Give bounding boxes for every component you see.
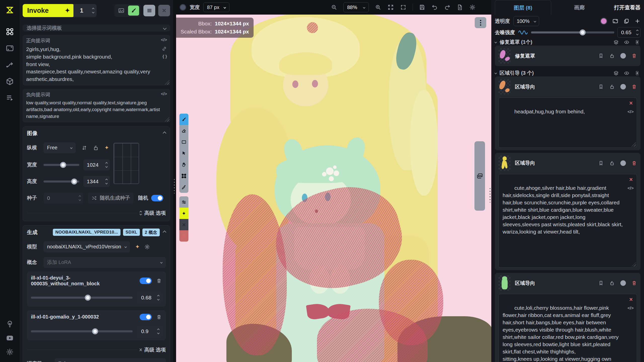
model-settings-gear-icon[interactable] <box>144 244 150 250</box>
zoom-level-select[interactable]: 88% <box>343 2 369 12</box>
remove-prompt-icon[interactable]: × <box>629 100 633 106</box>
cancel-button[interactable]: × <box>158 5 170 16</box>
decrement-icon[interactable] <box>92 11 95 14</box>
save-icon[interactable] <box>419 4 425 11</box>
layer-row-guidance[interactable]: 区域导向 cute,loli,cherry blossoms,hair flow… <box>495 273 640 362</box>
code-icon[interactable]: </> <box>627 185 634 191</box>
lock-icon[interactable] <box>609 160 615 166</box>
layer-color-dot[interactable] <box>620 53 626 59</box>
sidebar-item-models[interactable] <box>5 76 15 86</box>
fit-to-view-icon[interactable] <box>387 4 394 11</box>
layer-row-guidance[interactable]: 区域导向 cute,ahoge,silver hair,blue hair,gr… <box>495 153 640 270</box>
increment-icon[interactable] <box>92 8 95 10</box>
resize-handle[interactable] <box>631 142 636 147</box>
support-icon[interactable] <box>5 319 15 329</box>
sidebar-item-queue[interactable] <box>5 93 15 103</box>
bookmark-icon[interactable] <box>598 280 604 286</box>
delete-layer-icon[interactable] <box>631 160 637 166</box>
redo-icon[interactable] <box>444 4 451 11</box>
fit-layer-icon[interactable] <box>612 18 618 24</box>
panel-resize-handle[interactable] <box>174 179 175 194</box>
advanced-options-link[interactable]: 高级 选项 <box>144 346 166 353</box>
regional-prompt-text[interactable]: cute,ahoge,silver hair,blue hair,gradien… <box>503 185 623 235</box>
width-slider[interactable] <box>44 164 79 166</box>
undo-icon[interactable] <box>431 4 438 11</box>
regional-prompt-text[interactable]: headpat,hug,hug from behind, <box>514 109 585 114</box>
regional-prompt-box[interactable]: headpat,hug,hug from behind, × </> <box>498 98 637 148</box>
model-select[interactable]: noobaiXLNAIXL_vPred10Version <box>44 241 130 252</box>
regional-prompt-box[interactable]: cute,ahoge,silver hair,blue hair,gradien… <box>498 174 637 268</box>
code-icon[interactable]: </> <box>161 92 167 97</box>
merge-layers-icon[interactable] <box>613 70 619 76</box>
delete-layer-icon[interactable] <box>631 53 637 59</box>
random-seed-toggle[interactable] <box>151 195 163 201</box>
lock-icon[interactable] <box>609 280 615 286</box>
seed-input[interactable]: 0 <box>44 193 83 204</box>
delete-lora-icon[interactable] <box>156 278 162 284</box>
canvas-menu-button[interactable] <box>475 17 486 28</box>
negative-prompt-text[interactable]: low quality,worst quality,normal quality… <box>26 100 163 120</box>
lora-toggle[interactable] <box>140 314 152 320</box>
optimize-sparkle-icon[interactable]: ✦ <box>104 145 109 151</box>
bookmark-icon[interactable] <box>598 84 604 89</box>
queue-count-stepper[interactable]: 1 <box>73 4 97 17</box>
regional-prompt-box[interactable]: cute,loli,cherry blossoms,hair flower,pi… <box>498 294 637 362</box>
sidebar-item-upscaling[interactable] <box>5 43 15 53</box>
collapse-icon[interactable] <box>163 231 166 234</box>
code-icon[interactable]: </> <box>627 305 634 311</box>
duplicate-layer-icon[interactable] <box>623 18 629 24</box>
lora-weight-input[interactable]: 0.9 <box>138 326 162 337</box>
merge-layers-icon[interactable] <box>613 39 619 45</box>
zoom-out-icon[interactable] <box>331 4 337 11</box>
bookmark-icon[interactable] <box>598 160 604 166</box>
random-seed-button[interactable]: 随机生成种子 <box>88 193 134 204</box>
add-layer-icon[interactable] <box>634 18 640 24</box>
negative-prompt-box[interactable]: 负向提示词 </> low quality,worst quality,norm… <box>23 89 170 122</box>
resize-handle[interactable] <box>631 262 636 267</box>
cancel-tool[interactable]: × <box>179 219 188 230</box>
layer-row-inpaint[interactable]: 修复遮罩 <box>495 46 640 66</box>
youtube-icon[interactable] <box>5 333 15 343</box>
select-tool[interactable] <box>179 148 188 159</box>
resize-handle[interactable] <box>165 117 169 122</box>
settings-gear-icon[interactable] <box>5 347 15 357</box>
brush-tool[interactable] <box>179 114 188 125</box>
brush-color-swatch[interactable] <box>180 4 186 11</box>
visibility-eye-icon[interactable] <box>624 39 629 45</box>
delete-layer-icon[interactable] <box>631 280 637 286</box>
menu-button[interactable] <box>143 5 155 16</box>
color-picker-tool[interactable] <box>179 182 188 193</box>
tab-layers[interactable]: 图层 (8) <box>495 0 551 15</box>
section-regional-guidance[interactable]: 区域引导 (3 个) <box>495 70 640 76</box>
canvas-area[interactable]: 宽度 87 px 88% <box>176 0 491 362</box>
add-lora-select[interactable]: 添加 LoRA <box>44 257 166 268</box>
fit-bbox-icon[interactable] <box>400 4 407 11</box>
delete-tool[interactable] <box>179 230 188 242</box>
regional-prompt-text[interactable]: cute,loli,cherry blossoms,hair flower,pi… <box>503 305 620 362</box>
width-input[interactable]: 1024 <box>83 159 110 170</box>
layer-color-dot[interactable] <box>620 160 626 166</box>
denoise-slider[interactable] <box>531 31 614 33</box>
pan-tool[interactable] <box>179 159 188 170</box>
height-input[interactable]: 1344 <box>83 176 110 187</box>
section-inpaint-mask[interactable]: 修复遮罩 (1个) <box>495 39 640 46</box>
denoise-input[interactable]: 0.65 <box>617 27 640 38</box>
lock-aspect-icon[interactable] <box>93 145 99 151</box>
new-layer-icon[interactable] <box>457 4 463 11</box>
positive-prompt-box[interactable]: 正向提示词 </> { } 2girls,yuri,hug, simple ba… <box>23 35 170 85</box>
scheduler-select[interactable]: Euler <box>55 358 166 362</box>
aspect-select[interactable]: Free <box>44 142 76 153</box>
zoom-in-icon[interactable] <box>375 4 381 11</box>
remove-prompt-icon[interactable]: × <box>629 177 633 183</box>
advanced-options-link[interactable]: 高级 选项 <box>144 210 166 216</box>
lora-weight-slider[interactable] <box>31 330 133 332</box>
layer-color-dot[interactable] <box>620 280 626 286</box>
code-icon[interactable]: </> <box>627 109 634 115</box>
model-sparkle-icon[interactable]: ✦ <box>135 244 140 250</box>
panel-resize-handle[interactable] <box>490 188 491 203</box>
remove-prompt-icon[interactable]: × <box>629 297 633 302</box>
braces-icon[interactable]: { } <box>163 54 167 59</box>
lock-icon[interactable] <box>609 84 615 89</box>
lora-toggle[interactable] <box>140 278 152 284</box>
gallery-handle[interactable] <box>474 141 485 211</box>
